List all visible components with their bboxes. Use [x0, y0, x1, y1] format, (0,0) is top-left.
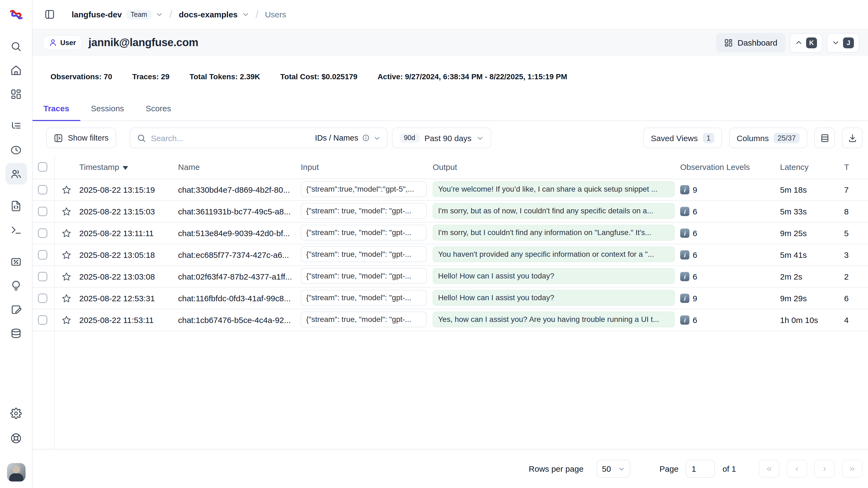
- keyboard-shortcut-k: K: [806, 37, 817, 48]
- sidebar-item-support[interactable]: [5, 426, 27, 450]
- user-avatar[interactable]: [7, 463, 25, 482]
- row-checkbox[interactable]: [38, 294, 47, 303]
- search-input[interactable]: [151, 133, 310, 143]
- row-checkbox[interactable]: [38, 185, 47, 194]
- output-cell[interactable]: You haven't provided any specific inform…: [433, 246, 675, 262]
- timestamp-cell: 2025-08-22 13:15:03: [79, 207, 178, 216]
- previous-item-button[interactable]: K: [790, 33, 823, 52]
- star-icon[interactable]: [62, 250, 71, 260]
- table-row[interactable]: 2025-08-22 13:11:11 chat:513e84e9-9039-4…: [33, 222, 868, 244]
- column-header-tokens[interactable]: T: [844, 162, 868, 172]
- star-icon[interactable]: [62, 207, 71, 216]
- column-header-timestamp[interactable]: Timestamp: [79, 162, 178, 172]
- table-row[interactable]: 2025-08-22 13:03:08 chat:02f63f47-87b2-4…: [33, 266, 868, 288]
- tokens-cell: 6: [844, 294, 868, 303]
- page-number-input[interactable]: [686, 460, 715, 478]
- column-header-output[interactable]: Output: [433, 162, 680, 172]
- output-cell[interactable]: I'm sorry, but as of now, I couldn't fin…: [433, 203, 675, 218]
- timestamp-cell: 2025-08-22 11:53:11: [79, 315, 178, 325]
- sidebar-item-datasets[interactable]: [5, 322, 27, 345]
- table-row[interactable]: 2025-08-22 11:53:11 chat:1cb67476-b5ce-4…: [33, 309, 868, 331]
- sidebar-item-sessions[interactable]: [5, 138, 27, 162]
- sidebar-item-users[interactable]: [5, 163, 27, 185]
- sidebar-item-prompts[interactable]: [5, 194, 27, 218]
- sidebar-item-settings[interactable]: [5, 401, 27, 425]
- output-cell[interactable]: Hello! How can I assist you today?: [433, 268, 675, 284]
- sidebar-item-annotation[interactable]: [5, 298, 27, 322]
- search-box[interactable]: IDs / Names: [130, 128, 388, 148]
- row-checkbox[interactable]: [38, 250, 47, 260]
- row-checkbox[interactable]: [38, 315, 47, 325]
- input-cell[interactable]: {"stream":true,"model":"gpt-5",...: [301, 181, 427, 197]
- previous-page-button[interactable]: [786, 460, 807, 478]
- row-height-button[interactable]: [814, 128, 835, 148]
- sidebar-item-playground[interactable]: [5, 218, 27, 242]
- row-checkbox[interactable]: [38, 207, 47, 216]
- chevron-down-icon[interactable]: [242, 11, 249, 18]
- star-icon[interactable]: [62, 315, 71, 325]
- sessions-icon: [10, 144, 22, 155]
- export-button[interactable]: [842, 128, 863, 148]
- input-cell[interactable]: {"stream": true, "model": "gpt-...: [301, 203, 427, 218]
- saved-views-button[interactable]: Saved Views 1: [643, 128, 722, 148]
- sidebar-item-home[interactable]: [5, 58, 27, 82]
- tab-traces[interactable]: Traces: [33, 104, 80, 121]
- column-header-observation-levels[interactable]: Observation Levels: [680, 162, 780, 172]
- info-level-icon: [680, 250, 689, 260]
- info-level-icon: [680, 294, 689, 303]
- latency-cell: 5m 41s: [780, 250, 844, 260]
- rows-per-page-value: 50: [602, 464, 611, 474]
- input-cell[interactable]: {"stream": true, "model": "gpt-...: [301, 268, 427, 284]
- column-header-latency[interactable]: Latency: [780, 162, 844, 172]
- last-page-button[interactable]: [842, 460, 863, 478]
- column-header-input[interactable]: Input: [301, 162, 433, 172]
- date-range-button[interactable]: 90d Past 90 days: [392, 128, 491, 148]
- table-row[interactable]: 2025-08-22 13:15:03 chat:3611931b-bc77-4…: [33, 201, 868, 222]
- table-row[interactable]: 2025-08-22 13:15:19 chat:330bd4e7-d869-4…: [33, 179, 868, 201]
- stat-total-tokens: Total Tokens: 2.39K: [189, 72, 260, 81]
- sidebar-item-scores[interactable]: [5, 250, 27, 274]
- timestamp-cell: 2025-08-22 13:11:11: [79, 228, 178, 238]
- search-mode-selector[interactable]: IDs / Names: [315, 133, 380, 142]
- star-icon[interactable]: [62, 185, 71, 194]
- star-icon[interactable]: [62, 272, 71, 281]
- row-checkbox[interactable]: [38, 228, 47, 238]
- dashboard-button[interactable]: Dashboard: [716, 33, 785, 52]
- first-page-button[interactable]: [759, 460, 779, 478]
- levels-count: 9: [693, 294, 697, 303]
- show-filters-button[interactable]: Show filters: [46, 128, 116, 148]
- row-checkbox[interactable]: [38, 272, 47, 281]
- sidebar-item-dashboards[interactable]: [5, 82, 27, 106]
- output-cell[interactable]: I'm sorry, but I couldn't find any infor…: [433, 224, 675, 240]
- input-cell[interactable]: {"stream": true, "model": "gpt-...: [301, 224, 427, 240]
- settings-icon: [10, 407, 22, 419]
- sidebar-item-tracing[interactable]: [5, 114, 27, 138]
- chevron-down-icon[interactable]: [156, 11, 163, 18]
- sidebar-nav: [5, 34, 27, 345]
- sidebar-item-evals[interactable]: [5, 274, 27, 298]
- star-icon[interactable]: [62, 228, 71, 238]
- column-header-name[interactable]: Name: [178, 162, 301, 172]
- sidebar-toggle-button[interactable]: [41, 6, 58, 23]
- input-cell[interactable]: {"stream": true, "model": "gpt-...: [301, 289, 427, 305]
- output-cell[interactable]: Hello! How can I assist you today?: [433, 289, 675, 305]
- next-item-button[interactable]: J: [827, 33, 859, 52]
- output-cell[interactable]: Yes, how can I assist you? Are you havin…: [433, 311, 675, 327]
- select-all-checkbox[interactable]: [38, 162, 47, 172]
- search-mode-label: IDs / Names: [315, 133, 358, 142]
- input-cell[interactable]: {"stream": true, "model": "gpt-...: [301, 311, 427, 327]
- sidebar-item-search[interactable]: [5, 34, 27, 58]
- project-name[interactable]: docs-examples: [179, 10, 238, 19]
- next-page-button[interactable]: [814, 460, 835, 478]
- tab-sessions[interactable]: Sessions: [80, 104, 135, 121]
- output-cell[interactable]: You’re welcome! If you’d like, I can sha…: [433, 181, 675, 197]
- org-name[interactable]: langfuse-dev: [72, 10, 122, 19]
- table-row[interactable]: 2025-08-22 12:53:31 chat:116fbfdc-0fd3-4…: [33, 288, 868, 309]
- star-icon[interactable]: [62, 294, 71, 303]
- columns-button[interactable]: Columns 25/37: [729, 128, 807, 148]
- input-cell[interactable]: {"stream": true, "model": "gpt-...: [301, 246, 427, 262]
- table-row[interactable]: 2025-08-22 13:05:18 chat:ec685f77-7374-4…: [33, 244, 868, 266]
- tab-scores[interactable]: Scores: [135, 104, 182, 121]
- rows-per-page-select[interactable]: 50: [596, 460, 630, 478]
- langfuse-logo[interactable]: [0, 0, 32, 29]
